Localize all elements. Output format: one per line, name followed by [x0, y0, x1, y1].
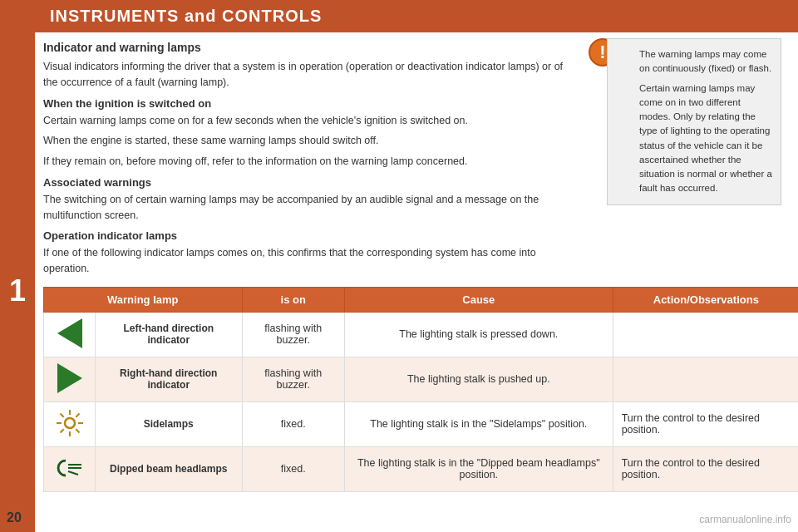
- svg-line-7: [76, 413, 79, 416]
- page-header: INSTRUMENTS and CONTROLS: [0, 0, 798, 32]
- table-row: Dipped beam headlamps fixed. The lightin…: [44, 446, 799, 491]
- sidelamp-icon: [55, 408, 85, 438]
- table-row: Left-hand direction indicator flashing w…: [44, 312, 799, 357]
- row-1-action: [613, 357, 798, 401]
- section-intro: Visual indicators informing the driver t…: [43, 59, 575, 91]
- subsection-2-para-0: If one of the following indicator lamps …: [43, 245, 575, 277]
- page-number: 20: [7, 510, 22, 525]
- col-header-cause: Cause: [344, 287, 613, 312]
- svg-point-0: [65, 418, 75, 428]
- header-title: INSTRUMENTS and CONTROLS: [50, 7, 322, 25]
- svg-line-13: [68, 471, 78, 475]
- svg-rect-10: [55, 453, 66, 483]
- row-3-cause: The lighting stalk is in the "Dipped bea…: [344, 446, 613, 491]
- col-header-is-on: is on: [242, 287, 344, 312]
- row-1-is-on: flashing with buzzer.: [242, 357, 344, 401]
- warning-box: The warning lamps may come on continuous…: [607, 38, 781, 205]
- col-header-action: Action/Observations: [613, 287, 798, 312]
- table-row: Sidelamps fixed. The lighting stalk is i…: [44, 401, 799, 446]
- row-2-action: Turn the control to the desired position…: [613, 401, 798, 446]
- row-3-is-on: fixed.: [242, 446, 344, 491]
- row-2-cause: The lighting stalk is in the "Sidelamps"…: [344, 401, 613, 446]
- subsection-0-para-2: If they remain on, before moving off, re…: [43, 154, 575, 170]
- row-0-lamp-name: Left-hand direction indicator: [96, 312, 243, 357]
- row-3-icon: [44, 446, 96, 491]
- row-0-is-on: flashing with buzzer.: [242, 312, 344, 357]
- svg-line-5: [60, 413, 63, 416]
- row-1-icon: [44, 357, 96, 401]
- table-row: Right-hand direction indicator flashing …: [44, 357, 799, 401]
- svg-line-8: [60, 429, 63, 432]
- warning-text-1: The warning lamps may come on continuous…: [639, 47, 772, 76]
- subsection-0-para-0: Certain warning lamps come on for a few …: [43, 113, 575, 129]
- row-2-is-on: fixed.: [242, 401, 344, 446]
- watermark: carmanualonline.info: [699, 514, 791, 525]
- row-3-action: Turn the control to the desired position…: [613, 446, 798, 491]
- row-0-cause: The lighting stalk is pressed down.: [344, 312, 613, 357]
- row-1-cause: The lighting stalk is pushed up.: [344, 357, 613, 401]
- row-0-icon: [44, 312, 96, 357]
- svg-line-6: [76, 429, 79, 432]
- col-header-warning-lamp: Warning lamp: [44, 287, 243, 312]
- row-0-action: [613, 312, 798, 357]
- lamp-table: Warning lamp is on Cause Action/Observat…: [43, 287, 798, 492]
- row-2-icon: [44, 401, 96, 446]
- chapter-number: 1: [9, 273, 26, 308]
- warning-text-2: Certain warning lamps may come on in two…: [639, 81, 772, 196]
- side-tab: 1: [0, 0, 35, 532]
- arrow-right-icon: [57, 363, 82, 393]
- subsection-1-para-0: The switching on of certain warning lamp…: [43, 192, 575, 224]
- dippedbeam-icon: [55, 453, 85, 483]
- row-1-lamp-name: Right-hand direction indicator: [96, 357, 243, 401]
- row-2-lamp-name: Sidelamps: [96, 401, 243, 446]
- row-3-lamp-name: Dipped beam headlamps: [96, 446, 243, 491]
- arrow-left-icon: [57, 318, 82, 348]
- subsection-title-2: Operation indicator lamps: [43, 229, 781, 242]
- subsection-0-para-1: When the engine is started, these same w…: [43, 133, 575, 149]
